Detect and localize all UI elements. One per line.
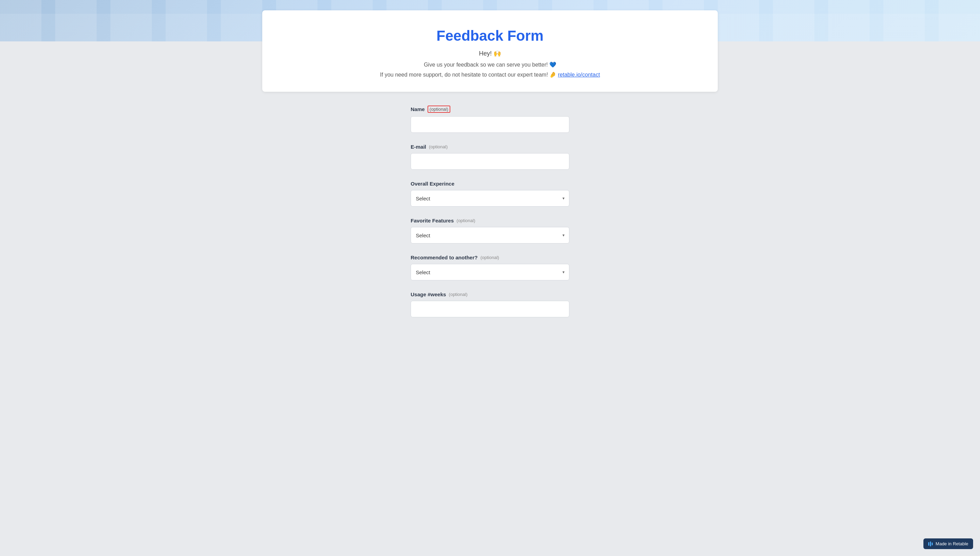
favorite-features-optional-badge: (optional)	[456, 218, 475, 223]
favorite-features-select[interactable]: Select Feature 1 Feature 2 Feature 3	[411, 227, 569, 244]
form-title: Feedback Form	[276, 27, 704, 44]
recommended-select[interactable]: Select Yes No Maybe	[411, 264, 569, 280]
made-in-retable-badge: Made in Retable	[923, 538, 973, 549]
page-container: Feedback Form Hey! 🙌 Give us your feedba…	[241, 0, 739, 349]
support-link[interactable]: retable.io/contact	[558, 72, 600, 78]
usage-weeks-optional-badge: (optional)	[449, 292, 467, 297]
favorite-features-select-wrapper: Select Feature 1 Feature 2 Feature 3 ▾	[411, 227, 569, 244]
feedback-form: Name (optional) E-mail (optional) Overal…	[404, 105, 576, 317]
usage-weeks-field-group: Usage #weeks (optional)	[411, 291, 569, 317]
email-input[interactable]	[411, 153, 569, 170]
usage-weeks-label: Usage #weeks (optional)	[411, 291, 569, 297]
recommended-field-group: Recommended to another? (optional) Selec…	[411, 255, 569, 280]
name-label: Name (optional)	[411, 105, 569, 113]
form-description-support: If you need more support, do not hesitat…	[276, 71, 704, 78]
made-in-retable-text: Made in Retable	[935, 541, 968, 546]
email-field-group: E-mail (optional)	[411, 144, 569, 170]
favorite-features-field-group: Favorite Features (optional) Select Feat…	[411, 218, 569, 244]
name-optional-badge: (optional)	[427, 105, 450, 113]
usage-weeks-input[interactable]	[411, 301, 569, 317]
email-label: E-mail (optional)	[411, 144, 569, 150]
form-description-feedback: Give us your feedback so we can serve yo…	[276, 61, 704, 68]
recommended-label: Recommended to another? (optional)	[411, 255, 569, 260]
recommended-optional-badge: (optional)	[480, 255, 499, 260]
retable-icon	[928, 541, 933, 546]
favorite-features-label: Favorite Features (optional)	[411, 218, 569, 223]
form-subtitle: Hey! 🙌	[276, 50, 704, 57]
name-field-group: Name (optional)	[411, 105, 569, 133]
overall-experience-field-group: Overall Experince Select Excellent Good …	[411, 181, 569, 207]
overall-experience-select[interactable]: Select Excellent Good Average Poor	[411, 190, 569, 207]
header-card: Feedback Form Hey! 🙌 Give us your feedba…	[262, 10, 718, 92]
name-input[interactable]	[411, 116, 569, 133]
overall-experience-select-wrapper: Select Excellent Good Average Poor ▾	[411, 190, 569, 207]
overall-experience-label: Overall Experince	[411, 181, 569, 187]
recommended-select-wrapper: Select Yes No Maybe ▾	[411, 264, 569, 280]
email-optional-badge: (optional)	[429, 144, 448, 149]
